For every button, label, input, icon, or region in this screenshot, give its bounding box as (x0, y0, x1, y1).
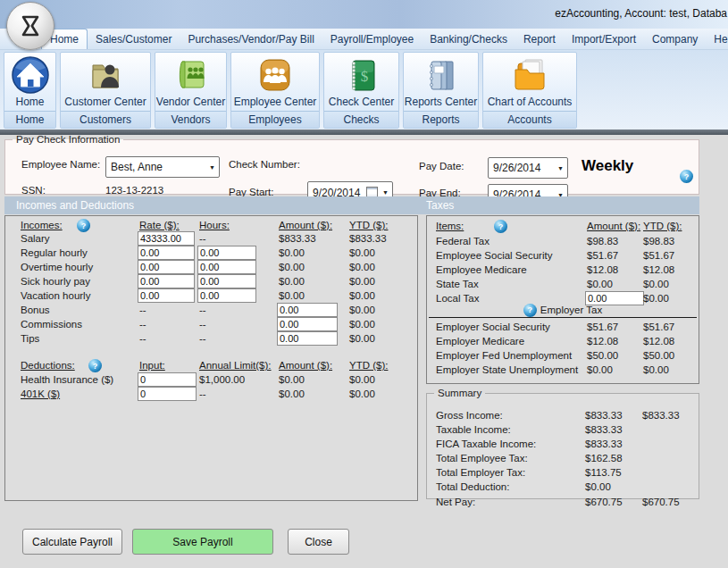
toolbar-reports-center[interactable]: Reports CenterReports (403, 52, 479, 129)
app-logo-icon[interactable] (6, 2, 54, 50)
toolbar-label: Home (15, 96, 44, 108)
bonus-hours-value: -- (199, 305, 206, 315)
toolbar-sublabel-vendors[interactable]: Vendors (155, 111, 226, 128)
toolbar-sublabel-customers[interactable]: Customers (61, 111, 150, 128)
commissions-amount-input[interactable] (277, 317, 338, 331)
overtime-hourly-rate-input[interactable] (138, 260, 195, 274)
app-window: ezAccounting, Account: test, Databa Home… (0, 0, 728, 568)
toolbar-sublabel-checks[interactable]: Checks (324, 111, 398, 128)
state-tax-ytd-value: $0.00 (643, 279, 669, 289)
pay-date-label: Pay Date: (419, 161, 464, 171)
sick-hourly-pay-rate-input[interactable] (138, 274, 195, 288)
health-insurance-limit-value: $1,000.00 (199, 374, 245, 385)
toolbar-sublabel-home[interactable]: Home (4, 111, 55, 128)
save-payroll-button[interactable]: Save Payroll (132, 529, 273, 555)
employee-name-label: Employee Name: (21, 159, 100, 170)
tab-purchases-vendor-pay-bill[interactable]: Purchases/Vendor/Pay Bill (180, 29, 322, 49)
summary-label-total-employee-tax: Total Employee Tax: (436, 453, 528, 464)
input-header: Input: (139, 360, 165, 371)
summary-label-taxable-income: Taxable Income: (436, 424, 511, 435)
hours-header: Hours: (199, 220, 230, 230)
vacation-hourly-rate-input[interactable] (138, 288, 195, 303)
help-icon[interactable]: ? (523, 304, 537, 317)
tab-report[interactable]: Report (515, 29, 564, 49)
summary-ytd-net-pay: $670.75 (642, 497, 680, 507)
health-insurance-input[interactable] (138, 372, 197, 387)
tax-row-label-employee-medicare: Employee Medicare (436, 264, 527, 275)
401k-input[interactable] (138, 387, 197, 401)
tax-row-label-employer-social-security: Employer Social Security (436, 322, 550, 332)
employee-center-icon (255, 54, 295, 96)
overtime-hourly-amount-value: $0.00 (279, 262, 305, 272)
paycheck-info-legend: Pay Check Information (13, 134, 123, 145)
toolbar-check-center[interactable]: $Check CenterChecks (323, 52, 399, 129)
chevron-down-icon: ▼ (205, 164, 219, 171)
help-icon[interactable]: ? (88, 359, 102, 372)
summary-section: Summary Gross Income:$833.33$833.33Taxab… (426, 388, 699, 499)
toolbar: HomeHomeCustomer CenterCustomersVendor C… (0, 50, 728, 129)
regular-hourly-hours-input[interactable] (197, 246, 256, 260)
toolbar-label: Check Center (329, 96, 394, 108)
tab-sales-customer[interactable]: Sales/Customer (88, 29, 180, 49)
tips-amount-input[interactable] (277, 331, 338, 346)
summary-label-fica-taxable-income: FICA Taxable Income: (436, 439, 536, 449)
calculate-payroll-button[interactable]: Calculate Payroll (22, 529, 122, 555)
regular-hourly-ytd-value: $0.00 (349, 247, 375, 258)
employee-name-select[interactable]: Best, Anne ▼ (105, 156, 220, 178)
toolbar-customer-center[interactable]: Customer CenterCustomers (60, 52, 151, 129)
bonus-ytd-value: $0.00 (349, 305, 375, 315)
summary-value-total-employer-tax: $113.75 (585, 467, 622, 478)
toolbar-sublabel-accounts[interactable]: Accounts (483, 111, 576, 128)
income-row-label-salary: Salary (21, 233, 50, 244)
tips-ytd-value: $0.00 (349, 333, 375, 344)
svg-text:$: $ (360, 68, 368, 85)
overtime-hourly-hours-input[interactable] (197, 260, 256, 274)
regular-hourly-rate-input[interactable] (138, 246, 195, 260)
chevron-down-icon: ▼ (379, 189, 392, 196)
summary-value-gross-income: $833.33 (585, 410, 623, 421)
employer-medicare-amount-value: $12.08 (587, 336, 618, 347)
help-icon[interactable]: ? (494, 220, 507, 233)
401k-amount-value: $0.00 (279, 388, 305, 399)
income-row-label-regular-hourly: Regular hourly (21, 247, 88, 258)
toolbar-home[interactable]: HomeHome (4, 52, 56, 129)
menu-tab-bar: HomeSales/CustomerPurchases/Vendor/Pay B… (0, 29, 728, 50)
employer-social-security-amount-value: $51.67 (587, 322, 618, 332)
toolbar-label: Chart of Accounts (488, 96, 573, 108)
pay-date-select[interactable]: 9/26/2014 ▼ (488, 157, 568, 179)
tab-help[interactable]: Help (706, 29, 728, 49)
employer-fed-unemployment-ytd-value: $50.00 (643, 350, 674, 361)
tab-import-export[interactable]: Import/Export (564, 29, 644, 49)
sick-hourly-pay-hours-input[interactable] (197, 274, 256, 288)
tips-rate-value: -- (139, 333, 146, 344)
incomes-deductions-section-title: Incomes and Deductions (16, 199, 134, 212)
tab-company[interactable]: Company (644, 29, 706, 49)
employer-state-unemployment-ytd-value: $0.00 (643, 364, 669, 375)
employee-social-security-ytd-value: $51.67 (643, 250, 674, 261)
help-icon[interactable]: ? (77, 219, 90, 232)
help-icon[interactable]: ? (680, 170, 693, 183)
ssn-label: SSN: (21, 185, 46, 196)
vacation-hourly-ytd-value: $0.00 (349, 290, 375, 301)
sick-hourly-pay-ytd-value: $0.00 (349, 276, 375, 287)
vacation-hourly-hours-input[interactable] (197, 288, 256, 303)
toolbar-chart-of-accounts[interactable]: Chart of AccountsAccounts (482, 52, 577, 129)
toolbar-sublabel-employees[interactable]: Employees (231, 111, 319, 128)
tab-banking-checks[interactable]: Banking/Checks (422, 29, 515, 49)
toolbar-vendor-center[interactable]: Vendor CenterVendors (155, 52, 227, 129)
chevron-down-icon: ▼ (554, 165, 567, 171)
salary-rate-input[interactable] (138, 231, 195, 246)
tax-row-label-federal-tax: Federal Tax (436, 236, 490, 246)
overtime-hourly-ytd-value: $0.00 (349, 262, 375, 272)
close-button[interactable]: Close (288, 529, 349, 555)
toolbar-sublabel-reports[interactable]: Reports (404, 111, 478, 128)
tab-payroll-employee[interactable]: Payroll/Employee (322, 29, 422, 49)
toolbar-employee-center[interactable]: Employee CenterEmployees (230, 52, 320, 129)
bonus-amount-input[interactable] (277, 303, 338, 317)
employee-medicare-ytd-value: $12.08 (643, 264, 674, 275)
check-number-label: Check Number: (229, 159, 300, 170)
summary-legend: Summary (434, 388, 485, 398)
employer-tax-label: Employer Tax (540, 305, 602, 315)
employer-medicare-ytd-value: $12.08 (643, 336, 674, 347)
toolbar-label: Reports Center (405, 96, 477, 108)
